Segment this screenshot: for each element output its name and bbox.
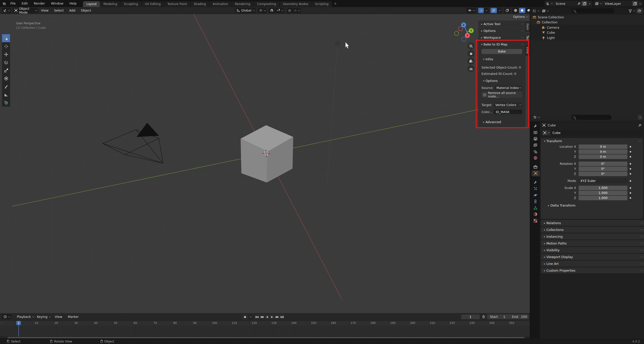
orthographic-toggle-button[interactable] xyxy=(467,65,474,72)
properties-editor-type-button[interactable] xyxy=(532,115,541,120)
gizmos-toggle[interactable]: ↗ xyxy=(478,8,484,13)
transform-value-field[interactable]: 1.000 xyxy=(579,196,627,200)
properties-tab[interactable] xyxy=(531,123,540,129)
properties-tab[interactable] xyxy=(532,170,540,176)
outliner-display-mode-dropdown[interactable] xyxy=(531,8,540,14)
workspace-tab[interactable]: Layout xyxy=(83,1,100,7)
properties-tab[interactable] xyxy=(531,155,540,161)
outliner-search-input[interactable] xyxy=(572,8,614,13)
bake-panel-header[interactable]: ▾Bake to ID Map∷∷ xyxy=(478,41,525,47)
properties-tab[interactable] xyxy=(531,149,540,155)
object-browse-dropdown[interactable] xyxy=(542,130,550,135)
workspace-tab[interactable]: Scripting xyxy=(312,1,332,7)
cube-object[interactable] xyxy=(241,125,293,182)
properties-tab[interactable] xyxy=(531,186,540,192)
properties-tab[interactable] xyxy=(531,211,540,217)
toolbar-tool-button[interactable] xyxy=(2,74,10,82)
viewlayer-name[interactable]: ViewLayer xyxy=(603,2,632,6)
toolbar-tool-button[interactable] xyxy=(2,90,10,99)
gizmos-dropdown[interactable] xyxy=(484,8,489,13)
options-subpanel-header[interactable]: ▾Options xyxy=(478,78,525,83)
outliner-row[interactable]: Cube xyxy=(530,30,644,35)
timeline-ruler[interactable]: › 10203040506070809010011012013014015016… xyxy=(0,321,530,326)
properties-tab[interactable] xyxy=(531,142,540,148)
advanced-subpanel-header[interactable]: ▸Advanced xyxy=(478,120,525,124)
workspace-tab[interactable]: Sculpting xyxy=(121,1,141,7)
shading-wireframe-button[interactable] xyxy=(512,8,519,13)
timeline-editor-type-button[interactable] xyxy=(2,314,11,319)
topbar-menu-item[interactable]: Render xyxy=(31,0,48,7)
viewport-menu-item[interactable]: Select xyxy=(51,9,67,12)
end-frame-field[interactable]: 250 xyxy=(521,315,527,319)
toolbar-tool-button[interactable] xyxy=(2,42,10,50)
outliner-item-label[interactable]: Cube xyxy=(547,31,555,34)
workspace-tab[interactable]: Rendering xyxy=(232,1,254,7)
proportional-editing-toggle[interactable]: ⊙ xyxy=(287,8,292,13)
properties-tab[interactable] xyxy=(531,164,540,170)
animate-dot-icon[interactable] xyxy=(630,163,631,165)
camera-view-button[interactable] xyxy=(467,58,474,65)
animate-dot-icon[interactable] xyxy=(630,187,631,189)
transform-value-field[interactable]: 0° xyxy=(579,167,627,171)
pin-icon[interactable] xyxy=(638,124,641,127)
viewport-menu-item[interactable]: Object xyxy=(78,9,94,12)
checkbox-icon[interactable] xyxy=(483,93,486,96)
breadcrumb-label[interactable]: Cube xyxy=(548,123,556,127)
properties-panel-collapsed[interactable]: ▸Visibility∷∷ xyxy=(541,247,644,253)
transform-value-field[interactable]: 0 m xyxy=(579,144,627,149)
properties-tab[interactable] xyxy=(531,199,540,205)
gizmo-minus-x-axis[interactable] xyxy=(459,27,463,31)
sidebar-panel-collapsed[interactable]: ▸Options∷∷ xyxy=(478,28,525,34)
viewport-menu-item[interactable]: View xyxy=(38,9,51,12)
editor-type-button[interactable] xyxy=(2,8,11,13)
viewlayer-browse-icon[interactable] xyxy=(594,1,603,6)
workspace-tab[interactable]: Geometry Nodes xyxy=(279,1,311,7)
animate-dot-icon[interactable] xyxy=(630,151,631,153)
properties-tab[interactable] xyxy=(531,136,540,142)
drag-handle-icon[interactable]: ∷∷ xyxy=(640,235,643,238)
workspace-tab[interactable]: Compositing xyxy=(254,1,279,7)
sidebar-tab[interactable]: Item xyxy=(525,21,530,32)
bake-button[interactable]: Bake xyxy=(481,49,522,54)
viewlayer-selector[interactable]: ViewLayer × xyxy=(594,1,643,6)
show-object-types-dropdown[interactable] xyxy=(467,8,476,13)
playback-menu[interactable]: Playback xyxy=(15,314,35,319)
drag-handle-icon[interactable]: ∷∷ xyxy=(638,140,641,142)
playhead-label[interactable]: 1 xyxy=(16,321,21,325)
outliner-item-label[interactable]: Light xyxy=(547,36,555,40)
gizmo-minus-y-axis[interactable] xyxy=(455,31,459,36)
workspace-tab[interactable]: Texture Paint xyxy=(164,1,190,7)
new-collection-button[interactable] xyxy=(636,8,643,14)
viewport-options-dropdown[interactable]: Options xyxy=(511,14,530,19)
workspace-tab[interactable]: Animation xyxy=(210,1,231,7)
viewport-menu-item[interactable]: Add xyxy=(66,9,78,12)
transform-value-field[interactable]: 0° xyxy=(579,172,627,176)
new-viewlayer-button[interactable] xyxy=(632,1,638,6)
source-dropdown[interactable]: Material Index xyxy=(495,85,522,90)
gizmo-minus-z-axis[interactable] xyxy=(462,37,466,41)
timeline-marker-menu[interactable]: Marker xyxy=(65,315,81,319)
properties-panel-collapsed[interactable]: ▸Motion Paths∷∷ xyxy=(541,240,644,246)
outliner-row[interactable]: Collection xyxy=(530,20,644,25)
mode-dropdown[interactable]: Object Mode xyxy=(13,8,38,13)
transform-value-field[interactable]: 1.000 xyxy=(579,191,627,195)
outliner-item-label[interactable]: Collection xyxy=(542,20,557,24)
transport-button[interactable]: ◀◆ xyxy=(260,314,264,319)
outliner-item-label[interactable]: Scene Collection xyxy=(538,15,564,19)
timeline-expand-arrow[interactable]: › xyxy=(1,321,2,324)
drag-handle-icon[interactable]: ∷∷ xyxy=(640,249,643,252)
properties-tab[interactable] xyxy=(531,218,540,224)
orientation-dropdown[interactable]: Global xyxy=(235,8,256,13)
drag-handle-icon[interactable]: ∷∷ xyxy=(640,222,643,224)
drag-handle-icon[interactable]: ∷∷ xyxy=(521,43,524,46)
falloff-dropdown[interactable]: ∩ xyxy=(293,8,301,13)
transform-value-field[interactable]: 0 m xyxy=(579,155,627,159)
timeline-scrollbar[interactable] xyxy=(0,336,530,338)
drag-handle-icon[interactable]: ∷∷ xyxy=(640,242,643,245)
pivot-point-dropdown[interactable] xyxy=(258,8,267,13)
drag-handle-icon[interactable]: ∷∷ xyxy=(640,262,643,265)
gizmo-z-axis[interactable]: Z xyxy=(463,24,464,26)
toolbar-tool-button[interactable] xyxy=(2,66,10,74)
transport-button[interactable]: ▮◀ xyxy=(255,314,259,319)
sidebar-tab[interactable]: Tool xyxy=(525,33,530,43)
